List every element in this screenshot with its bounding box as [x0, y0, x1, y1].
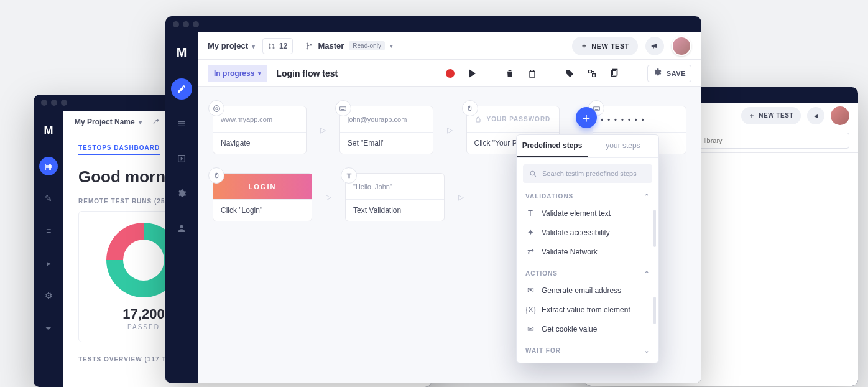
- sidebar-user-icon[interactable]: [171, 218, 192, 239]
- sidebar-edit-icon[interactable]: ✎: [39, 189, 58, 208]
- step-option[interactable]: {X}Extract value from element: [517, 300, 658, 319]
- section-wait-for[interactable]: WAIT FOR ⌄: [517, 343, 658, 358]
- sidebar-user-icon[interactable]: ⏷: [39, 319, 58, 337]
- test-name: Login flow test: [276, 68, 338, 78]
- group-icon[interactable]: [585, 67, 599, 80]
- navigate-icon: [208, 100, 224, 116]
- svg-point-1: [269, 44, 270, 45]
- sidebar-list-icon[interactable]: [171, 113, 192, 134]
- svg-point-18: [530, 171, 535, 175]
- step-option[interactable]: ✦Validate accessibility: [517, 223, 658, 242]
- clipboard-icon[interactable]: [525, 67, 539, 80]
- editor-top-header: My project 12 Master Read-only ▾ ＋NEW TE…: [198, 32, 701, 60]
- pr-count: 12: [279, 42, 287, 50]
- branch-selector[interactable]: Master Read-only ▾: [300, 38, 398, 54]
- announcements-icon[interactable]: [645, 37, 664, 55]
- announcements-icon[interactable]: ◂: [807, 107, 824, 124]
- sidebar-edit-icon[interactable]: [171, 78, 192, 100]
- window-traffic-lights: [165, 16, 701, 32]
- step-arrow-icon: ▷: [458, 193, 464, 202]
- svg-rect-7: [589, 70, 592, 73]
- step-preview: LOGIN: [213, 174, 312, 200]
- pull-request-indicator[interactable]: 12: [262, 38, 293, 54]
- step-option[interactable]: TValidate element text: [517, 203, 658, 223]
- project-dropdown[interactable]: My project: [208, 41, 255, 50]
- step-arrow-icon: ▷: [447, 126, 453, 134]
- new-test-button[interactable]: ＋NEW TEST: [572, 37, 638, 55]
- step-card[interactable]: LOGIN Click "Login": [213, 173, 312, 221]
- chevron-up-icon: ⌃: [644, 270, 650, 277]
- tab-predefined-steps[interactable]: Predefined steps: [517, 135, 588, 157]
- save-button[interactable]: SAVE: [667, 70, 686, 77]
- project-dropdown[interactable]: My Project Name: [75, 118, 142, 126]
- app-logo: M: [34, 118, 63, 143]
- step-arrow-icon: ▷: [326, 193, 331, 202]
- step-preview: john@yourapp.com: [340, 106, 433, 133]
- chevron-down-icon: ⌄: [644, 347, 650, 354]
- step-arrow-icon: ▷: [320, 126, 326, 134]
- read-only-badge: Read-only: [349, 41, 385, 50]
- svg-point-4: [307, 43, 308, 44]
- svg-point-0: [180, 225, 183, 228]
- new-test-button[interactable]: ＋NEW TEST: [741, 107, 801, 124]
- tag-icon[interactable]: [563, 67, 576, 80]
- sidebar: M: [165, 32, 198, 383]
- svg-rect-15: [476, 119, 480, 122]
- step-option[interactable]: ✉Get cookie value: [517, 319, 658, 338]
- sidebar-settings-icon[interactable]: ⚙: [39, 286, 58, 305]
- sidebar-dashboard-icon[interactable]: ▦: [39, 157, 58, 175]
- chevron-up-icon: ⌃: [644, 193, 650, 200]
- mouse-icon: [462, 100, 478, 116]
- text-icon: [341, 167, 357, 184]
- sidebar-list-icon[interactable]: ≡: [39, 221, 58, 240]
- section-validations[interactable]: VALIDATIONS ⌃: [517, 189, 658, 203]
- user-avatar[interactable]: [831, 106, 849, 125]
- svg-point-2: [269, 47, 270, 49]
- step-label: Set "Email": [340, 133, 433, 154]
- step-card[interactable]: www.myapp.com Navigate: [213, 106, 307, 154]
- step-label: Click "Login": [213, 200, 312, 221]
- sidebar: M ▦ ✎ ≡ ▸ ⚙ ⏷: [34, 111, 63, 387]
- play-icon[interactable]: [466, 67, 479, 80]
- copy-icon[interactable]: [607, 67, 621, 80]
- record-icon[interactable]: [443, 67, 457, 80]
- step-preview: YOUR PASSWORD: [467, 106, 560, 133]
- svg-rect-16: [593, 106, 599, 110]
- svg-point-12: [215, 107, 217, 109]
- keyboard-icon: [335, 100, 351, 116]
- svg-rect-8: [593, 73, 596, 77]
- step-preview: www.myapp.com: [213, 106, 306, 133]
- test-status-dropdown[interactable]: In progress: [208, 65, 267, 82]
- step-card[interactable]: john@yourapp.com Set "Email": [339, 106, 433, 154]
- mouse-icon: [208, 167, 224, 184]
- add-step-button[interactable]: ＋: [576, 107, 597, 128]
- tab-testops-dashboard[interactable]: TESTOPS DASHBOARD: [78, 144, 160, 155]
- passed-label: PASSED: [127, 324, 160, 330]
- section-actions[interactable]: ACTIONS ⌃: [517, 266, 658, 281]
- tab-your-steps[interactable]: your steps: [588, 135, 658, 157]
- svg-point-11: [213, 105, 219, 111]
- svg-point-3: [273, 47, 274, 49]
- step-label: Navigate: [213, 133, 306, 154]
- delete-icon[interactable]: [503, 67, 517, 80]
- step-label: Text Validation: [346, 200, 444, 221]
- user-avatar[interactable]: [672, 36, 691, 56]
- sidebar-runs-icon[interactable]: [171, 148, 192, 169]
- branch-icon[interactable]: ⎇: [150, 118, 159, 126]
- app-logo: M: [165, 40, 198, 65]
- steps-panel: Predefined steps your steps Search testi…: [516, 134, 659, 363]
- svg-rect-13: [340, 106, 346, 110]
- sidebar-play-icon[interactable]: ▸: [39, 254, 58, 273]
- passed-count: 17,200: [122, 306, 164, 322]
- svg-point-5: [307, 48, 308, 49]
- step-preview: "Hello, John": [346, 174, 444, 200]
- editor-window: M My project 12 Master Read-only: [165, 16, 701, 383]
- steps-search-input[interactable]: Search testim predefined steps: [523, 164, 652, 183]
- editor-toolbar: In progress Login flow test SAVE: [198, 60, 701, 87]
- step-option[interactable]: ⇄Validate Network: [517, 242, 658, 261]
- step-card[interactable]: "Hello, John" Text Validation: [345, 173, 445, 221]
- step-option[interactable]: ✉Generate email address: [517, 281, 658, 300]
- gear-icon[interactable]: [653, 68, 662, 79]
- sidebar-settings-icon[interactable]: [171, 183, 192, 204]
- step-preview: • • • • • • •: [593, 106, 686, 133]
